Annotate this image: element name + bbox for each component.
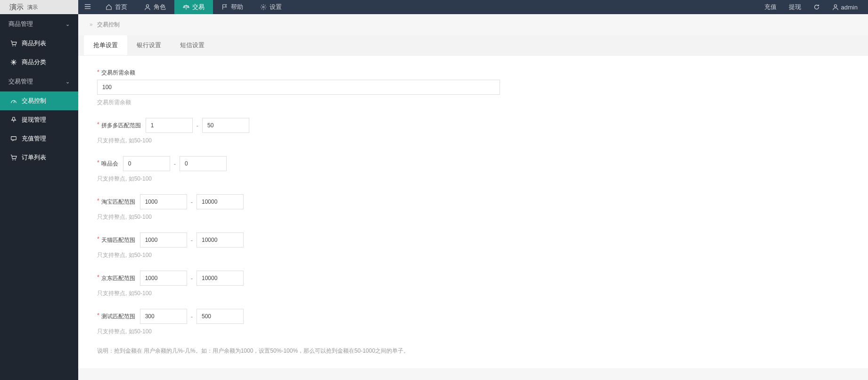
tab-grab-settings[interactable]: 抢单设置 xyxy=(84,35,127,55)
range-min-input[interactable] xyxy=(123,156,170,171)
range-min-input[interactable] xyxy=(140,271,187,286)
range-min-input[interactable] xyxy=(140,309,187,324)
breadcrumb: » 交易控制 xyxy=(78,14,868,35)
sidebar-item-label: 商品分类 xyxy=(22,58,46,66)
nav-label: 设置 xyxy=(270,3,282,11)
range-separator: - xyxy=(191,275,193,282)
refresh-button[interactable] xyxy=(810,4,824,10)
required-mark: * xyxy=(97,274,99,281)
range-min-input[interactable] xyxy=(146,118,193,133)
cart-icon xyxy=(10,154,17,161)
user-menu[interactable]: admin xyxy=(828,4,861,11)
required-mark: * xyxy=(97,69,99,75)
svg-point-3 xyxy=(12,45,13,46)
required-mark: * xyxy=(97,159,99,166)
field-hint: 只支持整点, 如50-100 xyxy=(97,328,849,336)
required-mark: * xyxy=(97,198,99,204)
svg-point-1 xyxy=(262,6,264,8)
sidebar-group-trade[interactable]: 交易管理 ⌄ xyxy=(0,72,78,91)
tab-bank-settings[interactable]: 银行设置 xyxy=(127,35,171,55)
recharge-link[interactable]: 充值 xyxy=(761,3,780,11)
field-range: *天猫匹配范围-只支持整点, 如50-100 xyxy=(97,232,849,259)
range-min-input[interactable] xyxy=(140,194,187,209)
range-max-input[interactable] xyxy=(197,309,244,324)
tabs: 抢单设置 银行设置 短信设置 xyxy=(78,35,868,56)
range-min-input[interactable] xyxy=(140,232,187,248)
flag-icon xyxy=(221,4,228,10)
breadcrumb-sep: » xyxy=(90,21,93,28)
field-range: *京东匹配范围-只支持整点, 如50-100 xyxy=(97,271,849,297)
sidebar-toggle[interactable] xyxy=(78,3,97,11)
field-hint: 只支持整点, 如50-100 xyxy=(97,137,849,145)
svg-rect-5 xyxy=(11,137,16,140)
cart-icon xyxy=(10,40,17,47)
field-label: 天猫匹配范围 xyxy=(101,236,135,244)
range-max-input[interactable] xyxy=(197,194,244,209)
form-description: 说明：抢到金额在 用户余额的几%-几%。如：用户余额为1000，设置50%-10… xyxy=(97,347,849,355)
withdraw-link[interactable]: 提现 xyxy=(785,3,805,11)
field-range: *唯品会-只支持整点, 如50-100 xyxy=(97,156,849,183)
balance-input[interactable] xyxy=(97,80,500,95)
scale-icon xyxy=(183,4,189,10)
user-icon xyxy=(832,4,839,10)
snowflake-icon xyxy=(10,59,17,66)
required-mark: * xyxy=(97,312,99,319)
panel: 抢单设置 银行设置 短信设置 * 交易所需余额 交易所需余额 *拼多多匹配范围-… xyxy=(78,35,868,368)
range-max-input[interactable] xyxy=(197,232,244,248)
field-range: *拼多多匹配范围-只支持整点, 如50-100 xyxy=(97,118,849,145)
field-range: *淘宝匹配范围-只支持整点, 如50-100 xyxy=(97,194,849,221)
required-mark: * xyxy=(97,121,99,128)
sidebar-item-orders[interactable]: 订单列表 xyxy=(0,148,78,167)
nav-home[interactable]: 首页 xyxy=(97,0,136,14)
sidebar-item-recharge[interactable]: 充值管理 xyxy=(0,129,78,148)
chevron-down-icon: ⌄ xyxy=(66,79,70,85)
sidebar-group-label: 商品管理 xyxy=(8,20,33,28)
nav-settings[interactable]: 设置 xyxy=(252,0,290,14)
range-separator: - xyxy=(191,237,193,244)
nav-role[interactable]: 角色 xyxy=(136,0,174,14)
field-range: *测试匹配范围-只支持整点, 如50-100 xyxy=(97,309,849,336)
field-label: 唯品会 xyxy=(101,160,118,168)
field-hint: 只支持整点, 如50-100 xyxy=(97,251,849,259)
sidebar-item-label: 交易控制 xyxy=(22,97,46,105)
sidebar-item-withdraw[interactable]: 提现管理 xyxy=(0,110,78,129)
dashboard-icon xyxy=(10,98,17,104)
required-mark: * xyxy=(97,236,99,242)
nav-trade[interactable]: 交易 xyxy=(174,0,213,14)
range-max-input[interactable] xyxy=(180,156,227,171)
range-separator: - xyxy=(197,122,198,129)
svg-point-6 xyxy=(12,159,13,160)
field-hint: 只支持整点, 如50-100 xyxy=(97,213,849,221)
field-label: 京东匹配范围 xyxy=(101,274,135,282)
svg-point-4 xyxy=(15,45,16,46)
nav-help[interactable]: 帮助 xyxy=(213,0,252,14)
pin-icon xyxy=(10,116,17,123)
main: » 交易控制 抢单设置 银行设置 短信设置 * 交易所需余额 交易所需余额 xyxy=(78,14,868,380)
sidebar-item-label: 充值管理 xyxy=(22,134,46,143)
range-separator: - xyxy=(191,198,193,206)
range-max-input[interactable] xyxy=(202,118,249,133)
sidebar-item-product-list[interactable]: 商品列表 xyxy=(0,34,78,53)
nav-label: 交易 xyxy=(192,3,205,11)
nav-label: 角色 xyxy=(154,3,166,11)
chat-icon xyxy=(10,135,17,142)
sidebar-item-trade-control[interactable]: 交易控制 xyxy=(0,91,78,110)
range-max-input[interactable] xyxy=(197,271,244,286)
top-nav: 演示 演示 首页 角色 交易 帮助 设置 充值 提现 xyxy=(0,0,868,14)
tab-sms-settings[interactable]: 短信设置 xyxy=(171,35,214,55)
sidebar-group-label: 交易管理 xyxy=(8,77,33,86)
menu-icon xyxy=(84,3,91,10)
nav-label: 帮助 xyxy=(231,3,243,11)
chevron-down-icon: ⌄ xyxy=(66,21,70,27)
field-hint: 只支持整点, 如50-100 xyxy=(97,175,849,183)
refresh-icon xyxy=(813,4,820,10)
brand-block: 演示 演示 xyxy=(0,0,78,14)
sidebar-item-label: 商品列表 xyxy=(22,39,46,48)
range-separator: - xyxy=(174,160,176,167)
sidebar-group-products[interactable]: 商品管理 ⌄ xyxy=(0,14,78,34)
user-name: admin xyxy=(841,4,858,11)
brand-title: 演示 xyxy=(9,3,24,12)
sidebar-item-product-category[interactable]: 商品分类 xyxy=(0,53,78,72)
form: * 交易所需余额 交易所需余额 *拼多多匹配范围-只支持整点, 如50-100*… xyxy=(78,56,868,368)
nav-right: 充值 提现 admin xyxy=(761,3,868,11)
